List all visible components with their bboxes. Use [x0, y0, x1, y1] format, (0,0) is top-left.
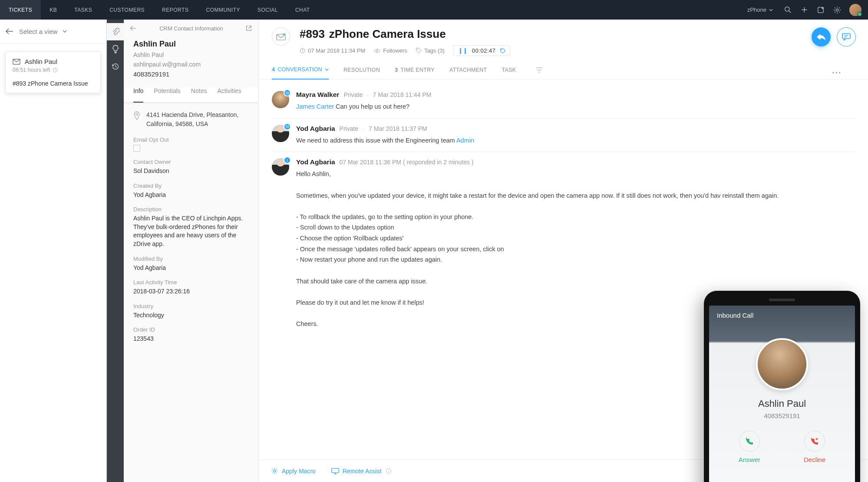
nav-tab-community[interactable]: COMMUNITY: [197, 0, 249, 20]
followers-link[interactable]: Followers: [374, 47, 407, 54]
timer: ❙❙ 00:02:47: [453, 45, 511, 56]
ticket-list-column: Select a view Ashlin Paul 08:51 hours le…: [0, 20, 106, 482]
ticket-header: #893zPhone Camera Issue 07 Mar 2018 11:3…: [259, 20, 868, 80]
apply-macro-button[interactable]: Apply Macro: [271, 467, 316, 475]
gear-icon: [271, 467, 278, 475]
decline-call-button[interactable]: Decline: [804, 431, 825, 463]
crm-field-value: Sol Davidson: [133, 167, 248, 176]
remote-assist-button[interactable]: Remote Assist: [331, 468, 392, 475]
external-link-icon[interactable]: [246, 25, 252, 31]
chevron-down-icon: [769, 9, 773, 11]
nav-tab-tickets[interactable]: TICKETS: [0, 0, 41, 20]
crm-field-label: Contact Owner: [133, 159, 248, 165]
message-time: 07 Mar 2018 11:36 PM ( responded in 2 mi…: [340, 159, 474, 166]
svg-point-6: [136, 113, 138, 115]
mention-link[interactable]: Admin: [456, 137, 474, 144]
caller-avatar: [756, 338, 808, 390]
rail-history-icon[interactable]: [107, 58, 124, 75]
svg-point-14: [274, 470, 276, 472]
filter-icon[interactable]: [536, 67, 543, 79]
rail-lightbulb-icon[interactable]: [107, 40, 124, 58]
chevron-down-icon: [325, 68, 329, 71]
nav-tab-chat[interactable]: CHAT: [287, 0, 319, 20]
crm-contact-phone: 4083529191: [133, 70, 248, 78]
svg-rect-12: [286, 92, 288, 94]
top-nav: TICKETS KB TASKS CUSTOMERS REPORTS COMMU…: [0, 0, 868, 20]
nav-tab-social[interactable]: SOCIAL: [249, 0, 287, 20]
ticket-subject: #893 zPhone Camera Issue: [13, 80, 93, 87]
tab-conversation[interactable]: 4 CONVERSATION: [272, 66, 329, 80]
clock-icon: [300, 48, 305, 53]
tab-time-entry[interactable]: 3 TIME ENTRY: [395, 67, 435, 79]
tab-resolution[interactable]: RESOLUTION: [343, 67, 380, 79]
notification-icon[interactable]: [813, 0, 828, 20]
decline-label: Decline: [804, 456, 825, 463]
view-selector[interactable]: Select a view: [0, 20, 106, 43]
tags-link[interactable]: Tags (3): [416, 47, 445, 54]
nav-tab-customers[interactable]: CUSTOMERS: [101, 0, 153, 20]
tab-label: CONVERSATION: [277, 66, 322, 73]
svg-point-3: [836, 9, 838, 11]
crm-field-label: Modified By: [133, 256, 248, 262]
tab-count: 4: [272, 66, 275, 73]
nav-tab-kb[interactable]: KB: [41, 0, 66, 20]
crm-contact-name: Ashlin Paul: [133, 40, 248, 49]
crm-tabs: Info Potentials Notes Activities: [124, 87, 258, 103]
mention-link[interactable]: James Carter: [296, 103, 334, 110]
gear-icon[interactable]: [829, 0, 845, 20]
crm-contact-sub: Ashlin Paul: [133, 51, 248, 58]
nav-tab-reports[interactable]: REPORTS: [153, 0, 197, 20]
clock-icon: [53, 67, 58, 73]
more-icon[interactable]: •••: [832, 70, 842, 76]
message-privacy: Private: [343, 91, 363, 98]
search-icon[interactable]: [780, 0, 795, 20]
back-arrow-icon[interactable]: [5, 28, 14, 34]
channel-badge-icon: [284, 123, 291, 130]
tab-task[interactable]: TASK: [502, 67, 516, 79]
crm-panel: CRM Contact Information Ashlin Paul Ashl…: [124, 20, 258, 482]
crm-field-label: Description: [133, 206, 248, 213]
comment-button[interactable]: [837, 27, 856, 47]
crm-back-icon[interactable]: [130, 26, 137, 31]
apply-macro-label: Apply Macro: [282, 468, 316, 475]
phone-answer-icon: [739, 431, 760, 452]
ticket-created-time: 07 Mar 2018 11:34 PM: [300, 47, 365, 54]
crm-field-value: Yod Agbaria: [133, 191, 248, 199]
ticket-tabs: 4 CONVERSATION RESOLUTION 3 TIME ENTRY A…: [272, 66, 855, 79]
crm-field-label: Created By: [133, 183, 248, 189]
profile-avatar[interactable]: [849, 4, 861, 16]
plus-icon[interactable]: [796, 0, 812, 20]
eye-icon: [374, 48, 380, 53]
reply-button[interactable]: [812, 27, 831, 47]
crm-field-value: Ashlin Paul is the CEO of Linchpin Apps.…: [133, 214, 248, 248]
crm-field-value: 2018-03-07 23:26:16: [133, 287, 248, 296]
timer-value: 00:02:47: [472, 47, 496, 54]
svg-point-9: [376, 50, 378, 51]
tab-attachment[interactable]: ATTACHMENT: [449, 67, 487, 79]
message-author: Mayra Walker: [296, 91, 339, 99]
crm-tab-notes[interactable]: Notes: [191, 87, 207, 98]
rail-attachment-icon[interactable]: [107, 23, 124, 40]
crm-info-body: 4141 Hacienda Drive, Pleasanton, Califor…: [124, 103, 258, 482]
crm-tab-info[interactable]: Info: [133, 87, 143, 103]
crm-tab-potentials[interactable]: Potentials: [154, 87, 180, 98]
monitor-icon: [331, 468, 339, 475]
ticket-list-item[interactable]: Ashlin Paul 08:51 hours left #893 zPhone…: [5, 51, 101, 93]
ticket-time-left: 08:51 hours left: [13, 67, 50, 73]
message-author: Yod Agbaria: [296, 125, 335, 133]
ticket-title-text: zPhone Camera Issue: [329, 27, 446, 40]
crm-contact-email: ashlinpaul.w@gmail.com: [133, 61, 248, 68]
answer-call-button[interactable]: Answer: [739, 431, 760, 463]
nav-tab-tasks[interactable]: TASKS: [66, 0, 101, 20]
crm-field-label: Industry: [133, 303, 248, 309]
crm-tab-activities[interactable]: Activities: [217, 87, 241, 98]
pause-button[interactable]: ❙❙: [458, 47, 468, 54]
thread-message: Yod AgbariaPrivate·7 Mar 2018 11:37 PM W…: [272, 119, 855, 153]
tag-icon: [416, 48, 422, 53]
crm-field-value: Yod Agbaria: [133, 264, 248, 273]
email-opt-out-checkbox[interactable]: [133, 145, 140, 152]
crm-field-label: Order ID: [133, 326, 248, 333]
refresh-icon[interactable]: [500, 48, 505, 53]
svg-rect-15: [332, 468, 339, 472]
department-dropdown[interactable]: zPhone: [741, 7, 779, 13]
